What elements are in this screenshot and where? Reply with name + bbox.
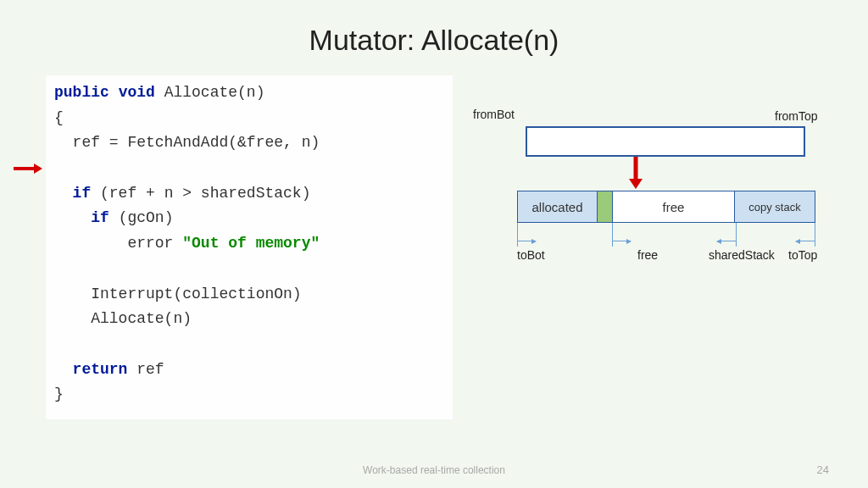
ptr-sharedstack-line [736, 223, 737, 247]
page-number: 24 [817, 463, 829, 476]
ptr-totop-arrow-icon [796, 241, 815, 241]
label-free: free [637, 248, 658, 262]
kw-public: public [54, 84, 109, 101]
code-if2-rest: (gcOn) [109, 209, 174, 226]
seg-allocated: allocated [518, 191, 598, 222]
string-oom: "Out of memory" [182, 235, 320, 252]
kw-void: void [119, 84, 155, 101]
copy-arrow-icon [627, 157, 644, 194]
label-sharedstack: sharedStack [709, 248, 775, 262]
footer-text: Work-based real-time collection [0, 464, 868, 476]
ptr-sharedstack-arrow-icon [717, 241, 736, 241]
ptr-free-arrow-icon [612, 241, 631, 241]
ptr-tobot-arrow-icon [517, 241, 536, 241]
code-line-ref: ref = FetchAndAdd(&free, n) [54, 134, 320, 151]
content-area: public void Allocate(n) { ref = FetchAnd… [0, 75, 868, 419]
seg-copy-stack: copy stack [735, 191, 815, 222]
label-tobot: toBot [517, 248, 545, 262]
code-interrupt: Interrupt(collectionOn) [54, 286, 302, 302]
code-return-rest: ref [127, 361, 164, 378]
kw-if2: if [91, 209, 109, 226]
execution-pointer-arrow-icon [14, 162, 42, 179]
svg-marker-3 [629, 179, 643, 189]
label-fromtop: fromTop [775, 109, 818, 123]
code-column: public void Allocate(n) { ref = FetchAnd… [46, 75, 453, 419]
code-block: public void Allocate(n) { ref = FetchAnd… [46, 75, 453, 419]
seg-copy-stack-label: copy stack [748, 201, 800, 214]
label-totop: toTop [788, 248, 817, 262]
kw-if1: if [73, 185, 92, 202]
ptr-tobot-line [517, 223, 518, 247]
code-open-brace: { [54, 109, 64, 126]
ptr-totop-line [815, 223, 815, 247]
code-allocate: Allocate(n) [54, 310, 192, 327]
code-if1-rest: (ref + n > sharedStack) [91, 185, 310, 202]
svg-marker-1 [34, 164, 42, 174]
slide-title: Mutator: Allocate(n) [0, 0, 868, 57]
from-space-box [526, 126, 805, 157]
seg-free: free [613, 191, 735, 222]
memory-diagram: fromBot fromTop allocated free copy stac… [470, 75, 843, 419]
label-frombot: fromBot [473, 108, 515, 121]
to-space-box: allocated free copy stack [517, 191, 815, 223]
code-error-pre: error [54, 235, 182, 252]
kw-return: return [73, 361, 128, 378]
fn-name: Allocate(n) [155, 84, 265, 101]
code-close-brace: } [54, 385, 64, 402]
seg-new-alloc [598, 191, 613, 222]
ptr-free-line [612, 223, 613, 247]
